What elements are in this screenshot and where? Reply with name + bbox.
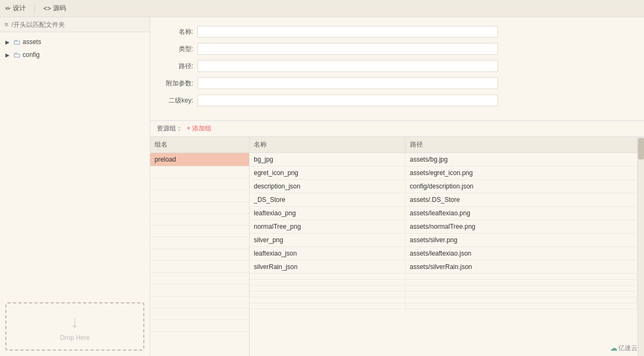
drop-zone[interactable]: ↓ Drop Here bbox=[5, 302, 144, 351]
asset-path-cell: assets/bg.jpg bbox=[405, 153, 638, 166]
group-row-empty bbox=[150, 202, 249, 214]
asset-row[interactable]: _DS_Storeassets/.DS_Store bbox=[250, 193, 638, 207]
tree-label-config: config bbox=[23, 51, 40, 59]
table-container: 组名 preload 名称 路径 bbox=[150, 137, 644, 356]
asset-row[interactable] bbox=[250, 297, 638, 303]
asset-name-cell bbox=[250, 297, 405, 303]
asset-row[interactable] bbox=[250, 292, 638, 297]
group-row-empty bbox=[150, 320, 249, 332]
group-row[interactable]: preload bbox=[150, 153, 249, 166]
asset-path-cell bbox=[405, 286, 638, 292]
asset-table-wrap: 名称 路径 bg_jpgassets/bg.jpgegret_icon_pnga… bbox=[250, 137, 638, 356]
tree-item-config[interactable]: ▶ 🗀 config bbox=[0, 48, 150, 61]
asset-row[interactable]: normalTree_pngassets/normalTree.png bbox=[250, 220, 638, 234]
group-row-empty bbox=[150, 214, 249, 226]
asset-path-cell: assets/normalTree.png bbox=[405, 220, 638, 234]
group-col-header: 组名 bbox=[150, 137, 249, 153]
tree-arrow-config: ▶ bbox=[5, 52, 11, 58]
asset-row[interactable] bbox=[250, 286, 638, 292]
asset-row[interactable]: egret_icon_pngassets/egret_icon.png bbox=[250, 166, 638, 180]
asset-name-cell bbox=[250, 292, 405, 297]
form-side bbox=[504, 26, 633, 112]
params-input[interactable] bbox=[197, 77, 498, 89]
design-icon: ✏ bbox=[5, 5, 11, 12]
asset-name-cell bbox=[250, 303, 405, 309]
asset-path-cell: config/description.json bbox=[405, 180, 638, 193]
logo-text: 亿速云 bbox=[618, 344, 638, 353]
asset-path-cell bbox=[405, 274, 638, 280]
name-col-header: 名称 bbox=[250, 137, 405, 153]
type-label: 类型: bbox=[161, 45, 193, 54]
asset-name-cell bbox=[250, 274, 405, 280]
form-row-path: 路径: bbox=[161, 60, 504, 72]
path-input[interactable] bbox=[197, 60, 498, 72]
group-table: 组名 preload bbox=[150, 137, 249, 332]
asset-name-cell: leaftexiao_png bbox=[250, 207, 405, 220]
asset-name-cell bbox=[250, 286, 405, 292]
asset-path-cell bbox=[405, 303, 638, 309]
group-row-empty bbox=[150, 166, 249, 178]
group-row-empty bbox=[150, 226, 249, 237]
scrollbar-thumb[interactable] bbox=[638, 138, 644, 159]
asset-path-cell: assets/leaftexiao.json bbox=[405, 247, 638, 260]
form-fields: 名称: 类型: 路径: 附加参数: 二级key: bbox=[161, 26, 504, 112]
form-row-type: 类型: bbox=[161, 43, 504, 55]
key-input[interactable] bbox=[197, 95, 498, 106]
folder-icon-assets: 🗀 bbox=[13, 38, 20, 46]
group-name-cell: preload bbox=[150, 153, 249, 166]
group-row-empty bbox=[150, 237, 249, 249]
asset-row[interactable]: leaftexiao_pngassets/leaftexiao.png bbox=[250, 207, 638, 220]
asset-name-cell: bg_jpg bbox=[250, 153, 405, 166]
asset-name-cell: leaftexiao_json bbox=[250, 247, 405, 260]
asset-path-cell: assets/egret_icon.png bbox=[405, 166, 638, 180]
main-layout: ≡ ▶ 🗀 assets ▶ 🗀 config ↓ Drop Here bbox=[0, 17, 644, 356]
group-row-empty bbox=[150, 249, 249, 261]
design-tab[interactable]: ✏ 设计 bbox=[5, 4, 26, 13]
form-row-name: 名称: bbox=[161, 26, 504, 38]
asset-row[interactable] bbox=[250, 274, 638, 280]
drop-text: Drop Here bbox=[60, 334, 90, 342]
toolbar-divider bbox=[34, 4, 35, 13]
drop-arrow-icon: ↓ bbox=[71, 312, 79, 332]
name-input[interactable] bbox=[197, 26, 498, 38]
asset-table: 名称 路径 bg_jpgassets/bg.jpgegret_icon_pnga… bbox=[250, 137, 638, 309]
scrollbar[interactable] bbox=[638, 137, 644, 356]
left-panel: ≡ ▶ 🗀 assets ▶ 🗀 config ↓ Drop Here bbox=[0, 17, 150, 356]
resource-group-label: 资源组： bbox=[157, 124, 182, 133]
asset-row[interactable] bbox=[250, 303, 638, 309]
source-label: 源码 bbox=[53, 4, 66, 13]
filter-input[interactable] bbox=[12, 21, 145, 28]
tree-item-assets[interactable]: ▶ 🗀 assets bbox=[0, 35, 150, 48]
asset-row[interactable]: silverRain_jsonassets/silverRain.json bbox=[250, 260, 638, 274]
asset-name-cell: _DS_Store bbox=[250, 193, 405, 207]
asset-row[interactable]: description_jsonconfig/description.json bbox=[250, 180, 638, 193]
group-row-empty bbox=[150, 273, 249, 285]
tree-arrow-assets: ▶ bbox=[5, 39, 11, 45]
group-row-empty bbox=[150, 261, 249, 273]
asset-path-cell bbox=[405, 297, 638, 303]
filter-icon: ≡ bbox=[4, 20, 9, 28]
resource-area: 资源组： + 添加组 组名 preload bbox=[150, 121, 644, 356]
design-label: 设计 bbox=[13, 4, 26, 13]
asset-name-cell: silver_png bbox=[250, 234, 405, 247]
asset-row[interactable]: leaftexiao_jsonassets/leaftexiao.json bbox=[250, 247, 638, 260]
add-group-button[interactable]: + 添加组 bbox=[187, 124, 211, 133]
key-label: 二级key: bbox=[161, 96, 193, 105]
asset-row[interactable] bbox=[250, 280, 638, 286]
group-list: 组名 preload bbox=[150, 137, 250, 356]
path-label: 路径: bbox=[161, 62, 193, 71]
type-input[interactable] bbox=[197, 43, 498, 55]
group-row-empty bbox=[150, 190, 249, 202]
group-row-empty bbox=[150, 285, 249, 296]
right-panel: 名称: 类型: 路径: 附加参数: 二级key: bbox=[150, 17, 644, 356]
toolbar: ✏ 设计 <> 源码 bbox=[0, 0, 644, 17]
asset-path-cell: assets/.DS_Store bbox=[405, 193, 638, 207]
asset-row[interactable]: silver_pngassets/silver.png bbox=[250, 234, 638, 247]
group-row-empty bbox=[150, 178, 249, 190]
asset-row[interactable]: bg_jpgassets/bg.jpg bbox=[250, 153, 638, 166]
asset-path-cell: assets/silverRain.json bbox=[405, 260, 638, 274]
asset-name-cell bbox=[250, 280, 405, 286]
source-tab[interactable]: <> 源码 bbox=[43, 4, 66, 13]
asset-path-cell bbox=[405, 280, 638, 286]
asset-path-cell bbox=[405, 292, 638, 297]
